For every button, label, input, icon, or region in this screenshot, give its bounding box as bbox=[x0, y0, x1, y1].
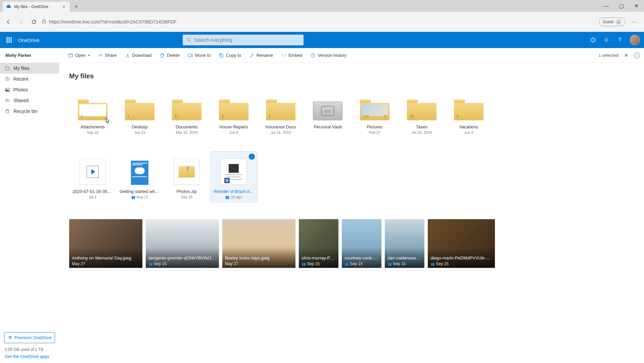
folders-grid: 2 Attachments Sep 151 Desktop Jun 2312 D… bbox=[69, 87, 634, 148]
folder-tile[interactable]: 10 Taxes Jul 16, 2019 bbox=[398, 87, 445, 138]
item-meta: Jul 16, 2019 bbox=[402, 130, 442, 134]
item-name: Vacations bbox=[449, 124, 489, 129]
svg-rect-4 bbox=[221, 54, 223, 57]
close-icon[interactable]: × bbox=[61, 4, 66, 9]
sidebar-item-shared[interactable]: Shared bbox=[0, 95, 59, 106]
docx-thumb: W bbox=[221, 159, 247, 185]
folder-tile[interactable]: 5 House Repairs Jun 4 bbox=[210, 87, 257, 138]
embed-button[interactable]: Embed bbox=[278, 51, 306, 60]
search-box[interactable] bbox=[183, 35, 304, 45]
url-text: https://onedrive.live.com/?id=root&cid=2… bbox=[49, 19, 177, 25]
premium-icon[interactable] bbox=[590, 37, 596, 43]
video-thumb bbox=[80, 159, 106, 185]
shared-icon: ⇵ bbox=[384, 114, 387, 118]
sidebar-item-recent[interactable]: Recent bbox=[0, 74, 59, 84]
photo-icon bbox=[5, 87, 10, 92]
files-grid: 2020-07-01 16-35-10.m… Jul 1 Getting sta… bbox=[69, 151, 634, 212]
lock-icon bbox=[42, 19, 46, 25]
tab-strip: My files - OneDrive × + — ▢ ✕ bbox=[0, 0, 644, 12]
maximize-button[interactable]: ▢ bbox=[614, 0, 629, 12]
image-tile[interactable]: diego-marin-PeDMdPVVUik-unsplas… 👥Sep 15 bbox=[428, 219, 495, 268]
back-button[interactable] bbox=[3, 17, 13, 27]
trash-icon bbox=[5, 109, 10, 114]
file-tile[interactable]: Getting started with On… 👥Aug 12 bbox=[116, 151, 163, 202]
image-tile[interactable]: benjamin-gremler-qONhYBVNz1c-unspla… 👥Se… bbox=[146, 219, 219, 268]
item-meta: Jul 1 bbox=[73, 195, 113, 199]
image-tile[interactable]: Anthony on Memorial Day.jpeg May 27 bbox=[69, 219, 142, 268]
image-name: benjamin-gremler-qONhYBVNz1c-unspla… bbox=[148, 255, 216, 260]
image-name: courtney-cook-… bbox=[344, 255, 379, 260]
files-icon bbox=[5, 66, 10, 71]
open-button[interactable]: Open▾ bbox=[64, 51, 93, 60]
shared-icon: 👥 bbox=[148, 262, 152, 266]
move-button[interactable]: Move to bbox=[184, 51, 214, 60]
more-button[interactable]: ⋯ bbox=[628, 18, 641, 26]
forward-button[interactable] bbox=[16, 17, 26, 27]
folder-tile[interactable]: 2 Attachments Sep 15 bbox=[69, 87, 116, 138]
browser-tab[interactable]: My files - OneDrive × bbox=[3, 2, 70, 12]
rename-button[interactable]: Rename bbox=[246, 51, 276, 60]
folder-icon: 3 bbox=[266, 99, 295, 120]
item-name: Taxes bbox=[402, 124, 442, 129]
history-button[interactable]: Version history bbox=[307, 51, 350, 60]
sidebar-item-my-files[interactable]: My files bbox=[0, 63, 59, 74]
vault-icon: |○| bbox=[313, 102, 342, 120]
help-icon[interactable]: ? bbox=[616, 37, 623, 43]
user-avatar[interactable] bbox=[630, 35, 640, 45]
svg-rect-3 bbox=[68, 54, 73, 57]
new-tab-button[interactable]: + bbox=[71, 2, 81, 12]
share-button[interactable]: Share bbox=[94, 51, 120, 60]
image-name: Bexley loves naps.jpeg bbox=[225, 255, 293, 260]
address-field[interactable]: https://onedrive.live.com/?id=root&cid=2… bbox=[42, 19, 596, 25]
image-tile[interactable]: Bexley loves naps.jpeg May 27 bbox=[222, 219, 295, 268]
search-input[interactable] bbox=[194, 37, 300, 43]
sidebar-item-photos[interactable]: Photos bbox=[0, 84, 59, 95]
minimize-button[interactable]: — bbox=[599, 0, 614, 12]
premium-button[interactable]: Premium OneDrive bbox=[4, 332, 55, 343]
folder-tile[interactable]: 128⇵ Pictures Feb 27 bbox=[351, 87, 398, 138]
app-brand[interactable]: OneDrive bbox=[18, 37, 39, 43]
item-name: Personal Vault bbox=[308, 124, 348, 129]
sidebar-item-recycle[interactable]: Recycle bin bbox=[0, 106, 59, 117]
move-icon bbox=[188, 53, 193, 58]
onedrive-favicon bbox=[6, 4, 11, 9]
profile-button[interactable]: Guest bbox=[599, 17, 625, 26]
item-name: House Repairs bbox=[214, 124, 254, 129]
image-tile[interactable]: courtney-cook-… 👥Sep 15 bbox=[342, 219, 381, 268]
person-icon bbox=[615, 19, 622, 25]
tab-title: My files - OneDrive bbox=[14, 4, 48, 9]
info-button[interactable]: i bbox=[634, 52, 640, 58]
refresh-button[interactable] bbox=[29, 17, 39, 27]
file-tile[interactable]: ✓W Wonder of Brazil.docx 👥1h ago bbox=[210, 151, 257, 202]
folder-tile[interactable]: 12 Documents Mar 15, 2019 bbox=[163, 87, 210, 138]
shared-icon: 👥 bbox=[302, 262, 306, 266]
file-tile[interactable]: Photos.zip Sep 15 bbox=[163, 151, 210, 202]
settings-icon[interactable] bbox=[603, 37, 610, 43]
image-name: Anthony on Memorial Day.jpeg bbox=[72, 255, 140, 260]
delete-button[interactable]: Delete bbox=[156, 51, 183, 60]
clear-selection-button[interactable]: ✕ bbox=[623, 52, 629, 58]
image-tile[interactable]: chris-murray-PXVQ… 👥Sep 15 bbox=[299, 219, 338, 268]
folder-tile[interactable]: 3 Insurance Docs Jul 16, 2019 bbox=[257, 87, 304, 138]
item-meta: 👥1h ago bbox=[214, 195, 254, 199]
get-apps-link[interactable]: Get the OneDrive apps bbox=[0, 354, 59, 363]
folder-tile[interactable]: |○| Personal Vault bbox=[304, 87, 351, 138]
file-tile[interactable]: 2020-07-01 16-35-10.m… Jul 1 bbox=[69, 151, 116, 202]
image-tile[interactable]: dan-calderwoo… 👥Sep 15 bbox=[385, 219, 424, 268]
image-meta: 👥Sep 15 bbox=[302, 261, 320, 266]
content-area: My files 2 Attachments Sep 151 Desktop J… bbox=[59, 63, 644, 363]
item-meta: Jun 23 bbox=[120, 130, 160, 134]
close-button[interactable]: ✕ bbox=[629, 0, 644, 12]
svg-point-9 bbox=[6, 99, 7, 100]
people-icon bbox=[5, 98, 10, 103]
folder-count: 2 bbox=[81, 114, 83, 118]
app-launcher-icon[interactable] bbox=[4, 35, 14, 45]
copy-button[interactable]: Copy to bbox=[215, 51, 244, 60]
chevron-down-icon: ▾ bbox=[88, 53, 90, 57]
item-name: Insurance Docs bbox=[261, 124, 301, 129]
copy-icon bbox=[219, 53, 224, 58]
folder-tile[interactable]: 5 Vacations Jun 4 bbox=[445, 87, 492, 138]
folder-count: 3 bbox=[269, 114, 271, 118]
download-button[interactable]: Download bbox=[122, 51, 155, 60]
folder-tile[interactable]: 1 Desktop Jun 23 bbox=[116, 87, 163, 138]
